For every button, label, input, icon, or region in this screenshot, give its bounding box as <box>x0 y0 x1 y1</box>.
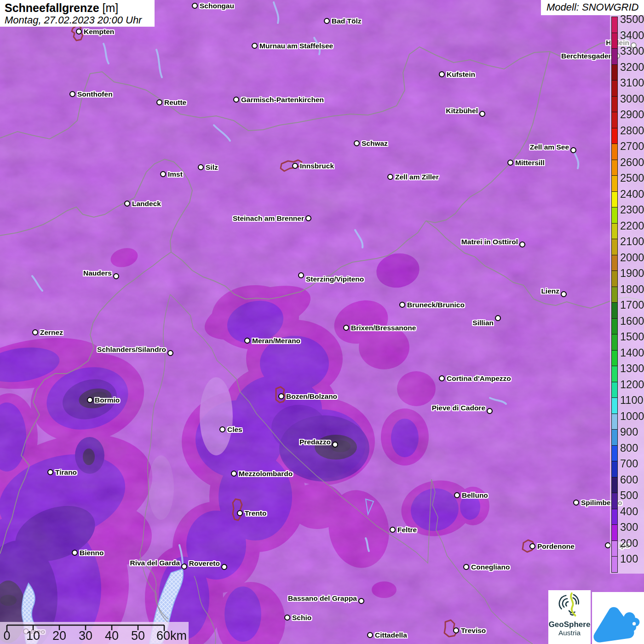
colorbar-tick-label: 3400 <box>620 29 644 41</box>
colorbar-tick-label: 900 <box>620 426 638 438</box>
colorbar-tick-label: 700 <box>620 458 638 470</box>
city-label: Tirano <box>55 468 77 477</box>
scalebar-tick-label: 10 <box>26 629 40 643</box>
scalebar: 0102030405060km <box>0 622 189 644</box>
colorbar-tick-label: 3300 <box>620 45 644 57</box>
colorbar-cell <box>611 477 618 494</box>
colorbar-cell <box>611 366 618 382</box>
city-dot <box>244 338 250 344</box>
city-label: Kufstein <box>447 70 475 79</box>
city-dot <box>439 375 445 381</box>
city-dot <box>399 302 405 308</box>
city-dot <box>561 291 567 297</box>
colorbar-tick-label: 1200 <box>620 379 644 391</box>
colorbar-cell <box>611 350 618 367</box>
city-dot <box>87 397 93 403</box>
city-dot <box>192 3 198 9</box>
colorbar-cell <box>611 33 618 49</box>
city-label: Bad Tölz <box>332 17 362 26</box>
city-dot <box>76 29 82 34</box>
city-label: Lienz <box>541 287 559 296</box>
colorbar-tick-label: 2100 <box>620 236 644 247</box>
city-dot <box>358 598 364 604</box>
colorbar-cell <box>611 556 618 573</box>
city-dot <box>233 97 239 103</box>
colorbar-cell <box>611 80 618 97</box>
city-label: Schio <box>292 613 311 622</box>
city-label: Belluno <box>462 491 488 500</box>
colorbar-tick-label: 3200 <box>620 61 644 73</box>
city-dot <box>519 242 525 247</box>
colorbar-tick-label: 2500 <box>620 172 644 184</box>
city-label: Murnau am Staffelsee <box>259 41 333 51</box>
scalebar-tick-label: 50 <box>131 629 145 643</box>
city-dot <box>305 215 311 221</box>
colorbar-cell <box>611 318 618 335</box>
colorbar-cell <box>611 64 618 81</box>
city-label: Schongau <box>200 1 234 11</box>
colorbar-cell <box>611 334 618 351</box>
colorbar-cell <box>611 17 618 33</box>
city-label: Mittersill <box>515 158 545 167</box>
city-label: Predazzo <box>299 437 331 447</box>
colorbar-tick-label: 2000 <box>620 252 644 264</box>
colorbar-cell <box>611 270 618 287</box>
city-label: Silz <box>206 163 218 172</box>
colorbar-cell <box>611 461 618 477</box>
colorbar-tick-label: 1600 <box>620 315 644 327</box>
geosphere-logo-box: GeoSphere Austria <box>548 590 591 644</box>
colorbar-tick-label: 1000 <box>620 410 644 422</box>
colorbar-cell <box>611 207 618 224</box>
city-dot <box>113 273 119 279</box>
city-label: Bruneck/Brunico <box>407 300 465 310</box>
colorbar-cell <box>611 414 618 430</box>
city-dot <box>570 147 576 153</box>
scalebar-end-label: 60km <box>156 629 187 643</box>
colorbar-cell <box>611 302 618 319</box>
city-dot <box>343 325 349 331</box>
city-dot <box>529 543 535 549</box>
city-label: Sonthofen <box>77 90 113 99</box>
colorbar-tick-label: 600 <box>620 474 638 486</box>
city-dot <box>390 527 396 533</box>
city-label: Bormio <box>95 396 120 405</box>
colorbar-cell <box>611 287 618 303</box>
city-label: Berchtesgaden <box>561 52 613 61</box>
colorbar-cell <box>611 540 618 557</box>
city-dot <box>124 201 130 207</box>
city-dot <box>479 111 485 117</box>
colorbar-tick-label: 2800 <box>620 125 644 137</box>
city-label: Cles <box>227 425 242 434</box>
title-unit: [m] <box>103 1 119 14</box>
scalebar-tick-label: 30 <box>79 629 92 643</box>
colorbar-tick-label: 2600 <box>620 156 644 168</box>
colorbar-cell <box>611 524 618 541</box>
colorbar-tick-label: 1500 <box>620 331 644 343</box>
city-label: Zernez <box>40 328 63 337</box>
city-label: Bozen/Bolzano <box>286 392 337 401</box>
city-dot <box>156 99 162 105</box>
colorbar-tick-label: 1100 <box>620 394 644 406</box>
city-label: Schlanders/Silandro <box>97 345 166 354</box>
colorbar-tick-label: 3000 <box>620 93 644 105</box>
city-label: Meran/Merano <box>252 336 300 345</box>
city-dot <box>278 393 284 399</box>
city-dot <box>454 492 460 498</box>
colorbar-cell <box>611 509 618 525</box>
city-label: Mezzolombardo <box>239 469 293 478</box>
city-label: Zell am See <box>530 143 569 152</box>
city-dot <box>284 615 290 621</box>
city-dot <box>167 350 173 356</box>
colorbar-tick-label: 1900 <box>620 267 644 279</box>
colorbar-tick-label: 100 <box>620 553 638 565</box>
scalebar-tick-label: 0 <box>3 629 10 643</box>
colorbar-tick-label: 200 <box>620 537 638 549</box>
colorbar-cell <box>611 144 618 160</box>
city-dot <box>237 510 243 516</box>
city-dot <box>181 564 187 569</box>
city-dot <box>252 43 258 49</box>
page-title: Schneefallgrenze [m] <box>5 1 155 15</box>
city-label: Landeck <box>132 199 161 208</box>
colorbar-cell <box>611 112 618 128</box>
title-product: Schneefallgrenze <box>5 1 99 14</box>
